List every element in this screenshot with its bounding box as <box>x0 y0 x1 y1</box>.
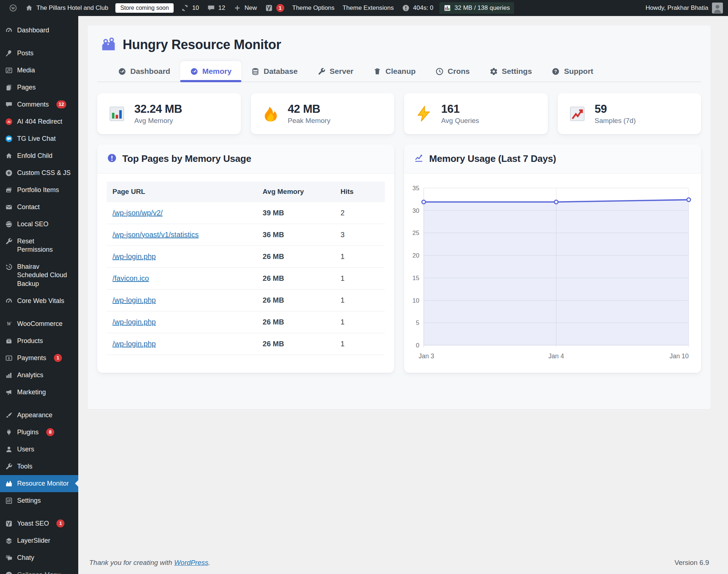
tab-database[interactable]: Database <box>241 61 307 81</box>
data-point[interactable] <box>554 200 558 204</box>
sidebar-item-label: Local SEO <box>17 220 48 228</box>
stat-label: Samples (7d) <box>595 117 636 125</box>
stat-text: 161Avg Queries <box>441 103 479 125</box>
topbar-comments-label: 12 <box>218 4 225 12</box>
y-axis-tick: 10 <box>412 297 419 304</box>
topbar-site-name[interactable]: The Pillars Hotel and Club <box>21 0 112 16</box>
topbar-yoast[interactable]: 1 <box>261 0 288 16</box>
tab-label: Cleanup <box>385 67 416 76</box>
sidebar-item-ai-404-redirect[interactable]: AIAI 404 Redirect <box>0 113 78 130</box>
sidebar-item-resource-monitor[interactable]: Resource Monitor <box>0 475 78 492</box>
wordpress-link[interactable]: WordPress <box>174 559 208 566</box>
topbar-new[interactable]: New <box>229 0 261 16</box>
sidebar-item-settings[interactable]: Settings <box>0 492 78 509</box>
sidebar-item-chaty[interactable]: Chaty <box>0 549 78 566</box>
top-pages-table: Page URLAvg MemoryHits /wp-json/wp/v2/39… <box>107 182 385 355</box>
sidebar-item-users[interactable]: Users <box>0 441 78 458</box>
sidebar-item-portfolio-items[interactable]: Portfolio Items <box>0 182 78 199</box>
stats-row: 32.24 MBAvg Memory42 MBPeak Memory161Avg… <box>97 93 701 134</box>
sidebar-item-collapse-menu[interactable]: Collapse Menu <box>0 566 78 574</box>
megaphone-icon <box>5 388 13 396</box>
page-url-link[interactable]: /wp-json/yoast/v1/statistics <box>112 231 199 239</box>
clock-icon <box>435 67 444 76</box>
sidebar-item-media[interactable]: Media <box>0 62 78 79</box>
avg-memory-value: 26 MB <box>257 290 335 311</box>
collapse-icon <box>5 571 13 574</box>
top-pages-header: Top Pages by Memory Usage <box>97 144 394 174</box>
sidebar-item-posts[interactable]: Posts <box>0 45 78 62</box>
tab-settings[interactable]: Settings <box>480 61 542 81</box>
sidebar-item-products[interactable]: Products <box>0 332 78 350</box>
sidebar-item-label: LayerSlider <box>17 537 50 545</box>
sidebar-item-label: Dashboard <box>17 26 49 35</box>
sidebar-item-tools[interactable]: Tools <box>0 458 78 475</box>
tab-dashboard[interactable]: Dashboard <box>108 61 180 81</box>
avatar[interactable] <box>712 3 723 13</box>
sidebar-item-custom-css-js[interactable]: Custom CSS & JS <box>0 164 78 182</box>
sidebar-item-comments[interactable]: Comments12 <box>0 96 78 113</box>
sidebar-item-core-web-vitals[interactable]: Core Web Vitals <box>0 292 78 310</box>
sidebar-item-label: Bhairav Scheduled Cloud Backup <box>17 263 67 288</box>
admin-bar: WThe Pillars Hotel and ClubStore coming … <box>0 0 728 16</box>
sidebar-item-label: Analytics <box>17 371 43 379</box>
avg-memory-value: 36 MB <box>257 224 335 246</box>
stat-card-samples-7d: 59Samples (7d) <box>558 93 701 134</box>
topbar-comments[interactable]: 12 <box>203 0 229 16</box>
ai-badge-icon: AI <box>5 117 13 125</box>
bars-icon <box>5 371 13 379</box>
woo-icon: W <box>5 320 13 328</box>
sidebar-item-pages[interactable]: Pages <box>0 79 78 96</box>
sidebar-item-label: AI 404 Redirect <box>17 117 62 126</box>
topbar-theme-extensions[interactable]: Theme Extensions <box>339 0 398 16</box>
sidebar-item-woocommerce[interactable]: WWooCommerce <box>0 315 78 332</box>
tab-label: Server <box>330 67 353 76</box>
topbar-wp-logo[interactable]: W <box>5 0 21 16</box>
sidebar-item-marketing[interactable]: Marketing <box>0 384 78 401</box>
wrench-icon <box>5 237 13 245</box>
page-url-link[interactable]: /wp-json/wp/v2/ <box>112 209 163 217</box>
topbar-query-monitor[interactable]: 32 MB / 138 queries <box>439 2 514 14</box>
sidebar-item-contact[interactable]: Contact <box>0 199 78 216</box>
sidebar-item-dashboard[interactable]: Dashboard <box>0 22 78 39</box>
topbar-errors-404[interactable]: 404s: 0 <box>398 0 438 16</box>
sidebar-item-analytics[interactable]: Analytics <box>0 367 78 384</box>
trend-icon <box>414 153 424 164</box>
tab-support[interactable]: ?Support <box>542 61 603 81</box>
topbar-store-status[interactable]: Store coming soon <box>115 3 173 13</box>
trash-icon <box>373 67 381 76</box>
tab-memory[interactable]: Memory <box>180 61 242 81</box>
sidebar-item-appearance[interactable]: Appearance <box>0 407 78 424</box>
sidebar-item-plugins[interactable]: Plugins8 <box>0 424 78 441</box>
sidebar-item-payments[interactable]: $Payments1 <box>0 350 78 367</box>
sidebar-item-tg-live-chat[interactable]: TG Live Chat <box>0 130 78 147</box>
tab-server[interactable]: Server <box>308 61 363 81</box>
sidebar-item-bhairav-scheduled-cloud-backup[interactable]: Bhairav Scheduled Cloud Backup <box>0 258 78 292</box>
page-url-link[interactable]: /wp-login.php <box>112 252 156 260</box>
sidebar-item-label: Contact <box>17 203 40 211</box>
data-point[interactable] <box>687 198 691 202</box>
topbar-howdy[interactable]: Howdy, Prakhar Bhatia <box>645 4 712 12</box>
alert-gray-icon <box>402 4 410 12</box>
tab-crons[interactable]: Crons <box>426 61 480 81</box>
topbar-theme-options[interactable]: Theme Options <box>288 0 339 16</box>
sidebar-item-yoast-seo[interactable]: Yoast SEO1 <box>0 515 78 532</box>
topbar-updates[interactable]: 10 <box>177 0 203 16</box>
y-axis-tick: 5 <box>416 319 419 326</box>
sidebar-item-label: Core Web Vitals <box>17 297 64 305</box>
tab-cleanup[interactable]: Cleanup <box>363 61 426 81</box>
wrench-icon <box>317 67 326 76</box>
topbar-errors-404-label: 404s: 0 <box>413 4 434 12</box>
page-url-link[interactable]: /wp-login.php <box>112 296 156 304</box>
sidebar-item-enfold-child[interactable]: Enfold Child <box>0 147 78 164</box>
page-url-link[interactable]: /favicon.ico <box>112 274 149 282</box>
sidebar-item-reset-permissions[interactable]: Reset Permissions <box>0 233 78 258</box>
page-url-link[interactable]: /wp-login.php <box>112 340 156 348</box>
data-point[interactable] <box>422 200 426 204</box>
page-url-link[interactable]: /wp-login.php <box>112 318 156 326</box>
sidebar-item-local-seo[interactable]: Local SEO <box>0 216 78 233</box>
sidebar-item-layerslider[interactable]: LayerSlider <box>0 532 78 549</box>
stat-card-peak-memory: 42 MBPeak Memory <box>251 93 395 134</box>
topbar-theme-extensions-label: Theme Extensions <box>343 4 394 12</box>
table-row: /wp-login.php26 MB1 <box>107 333 385 355</box>
hits-value: 1 <box>335 290 385 311</box>
